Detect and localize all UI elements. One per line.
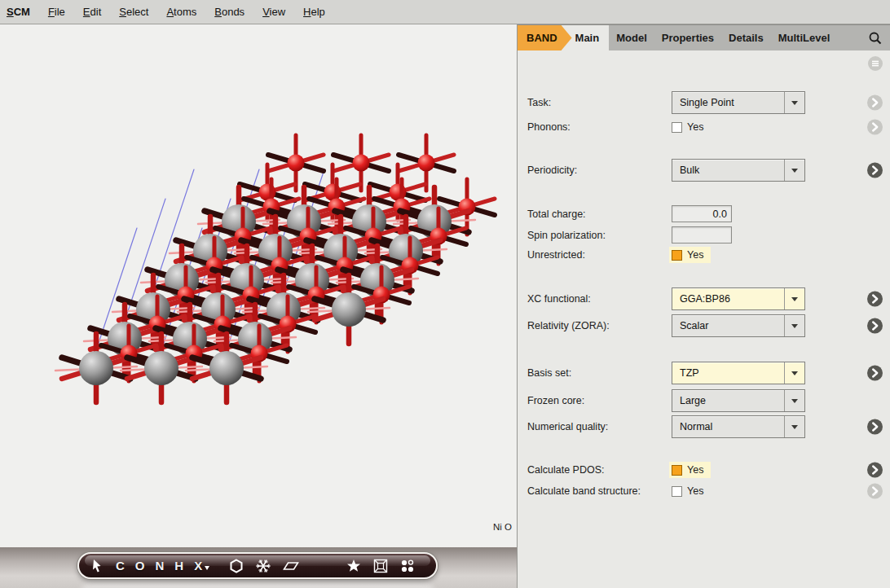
total-charge-input[interactable]	[672, 205, 732, 222]
atom-toolbar: C O N H X	[77, 552, 438, 579]
unrestricted-label: Unrestricted:	[527, 249, 585, 261]
numerical-quality-detail-button[interactable]	[867, 419, 883, 435]
band-input-window: SCMFileEditSelectAtomsBondsViewHelp Ni O…	[0, 0, 890, 588]
relativity-detail-button[interactable]	[867, 318, 883, 334]
menu-item-atoms[interactable]: Atoms	[157, 6, 205, 18]
star-icon	[346, 558, 362, 574]
settings-form: Task: Single Point Phonons: Yes Periodic…	[518, 50, 890, 588]
element-oxygen-button[interactable]: O	[135, 559, 145, 573]
phonons-row: Phonons: Yes	[518, 120, 890, 134]
task-row: Task: Single Point	[518, 91, 890, 114]
spin-polarization-input[interactable]	[672, 226, 732, 244]
menu-item-file[interactable]: File	[39, 6, 74, 18]
task-detail-button[interactable]	[867, 95, 883, 111]
tab-details[interactable]: Details	[721, 25, 771, 50]
periodicity-dropdown[interactable]: Bulk	[672, 159, 805, 182]
pointer-tool[interactable]	[89, 558, 105, 574]
relativity-label: Relativity (ZORA):	[527, 320, 610, 331]
periodicity-detail-button[interactable]	[867, 163, 883, 178]
xc-functional-detail-button[interactable]	[867, 292, 883, 307]
ring-tool[interactable]	[228, 558, 245, 574]
task-label: Task:	[527, 97, 551, 108]
dropdown-arrow-icon[interactable]	[784, 416, 804, 437]
element-dropdown-caret-icon	[205, 566, 209, 573]
tab-bar: BAND Main Model Properties Details Multi…	[518, 24, 890, 50]
relativity-dropdown[interactable]: Scalar	[672, 314, 805, 337]
perspective-box-icon	[372, 558, 389, 574]
phonons-checkbox[interactable]	[672, 122, 682, 133]
menu-item-edit[interactable]: Edit	[74, 6, 110, 18]
total-charge-row: Total charge:	[518, 205, 890, 222]
menu-item-view[interactable]: View	[253, 6, 294, 18]
dropdown-arrow-icon[interactable]	[784, 160, 804, 181]
calculate-pdos-detail-button[interactable]	[867, 463, 883, 478]
total-charge-label: Total charge:	[527, 208, 586, 220]
calculate-pdos-checkbox[interactable]	[672, 465, 682, 476]
calculate-band-structure-checkbox[interactable]	[672, 486, 682, 497]
phonons-label: Phonons:	[527, 121, 571, 133]
dropdown-arrow-icon[interactable]	[784, 92, 804, 113]
basis-set-detail-button[interactable]	[867, 366, 883, 381]
element-other-button[interactable]: X	[194, 559, 209, 573]
menu-bar: SCMFileEditSelectAtomsBondsViewHelp	[0, 0, 890, 24]
snowflake-icon	[255, 558, 271, 574]
element-hydrogen-button[interactable]: H	[174, 559, 183, 573]
element-carbon-button[interactable]: C	[116, 559, 125, 573]
parallelogram-icon	[282, 558, 300, 574]
phonons-detail-button[interactable]	[867, 120, 883, 135]
numerical-quality-label: Numerical quality:	[527, 421, 608, 432]
element-nitrogen-button[interactable]: N	[156, 559, 165, 573]
search-icon	[867, 30, 883, 46]
spin-polarization-row: Spin polarization:	[518, 226, 890, 244]
frozen-core-row: Frozen core: Large	[518, 389, 890, 412]
settings-panel: BAND Main Model Properties Details Multi…	[518, 24, 890, 588]
task-dropdown[interactable]: Single Point	[672, 91, 805, 114]
menu-item-help[interactable]: Help	[294, 6, 334, 18]
numerical-quality-dropdown[interactable]: Normal	[672, 415, 805, 438]
basis-set-row: Basis set: TZP	[518, 362, 890, 384]
search-button[interactable]	[861, 25, 890, 50]
periodicity-label: Periodicity:	[527, 165, 577, 176]
star-tool[interactable]	[346, 558, 362, 574]
cursor-icon	[89, 558, 105, 574]
crystal-structure-canvas[interactable]	[0, 24, 517, 588]
tab-model[interactable]: Model	[609, 25, 654, 50]
periodicity-row: Periodicity: Bulk	[518, 159, 890, 182]
render-style-tool[interactable]	[399, 558, 416, 574]
spin-polarization-label: Spin polarization:	[527, 230, 606, 241]
plane-tool[interactable]	[282, 558, 300, 574]
formula-label: Ni O	[493, 522, 512, 532]
dropdown-arrow-icon[interactable]	[784, 315, 804, 336]
xc-functional-dropdown[interactable]: GGA:BP86	[672, 287, 805, 310]
frozen-core-dropdown[interactable]: Large	[672, 389, 805, 412]
tab-multilevel[interactable]: MultiLevel	[771, 25, 838, 50]
calculate-band-structure-detail-button[interactable]	[867, 484, 883, 499]
unrestricted-row: Unrestricted: Yes	[518, 246, 890, 264]
dropdown-arrow-icon[interactable]	[784, 390, 804, 411]
dropdown-arrow-icon[interactable]	[784, 362, 804, 384]
calculate-pdos-label: Calculate PDOS:	[527, 464, 604, 476]
structure-viewer: Ni O C O N H X	[0, 24, 518, 588]
relativity-row: Relativity (ZORA): Scalar	[518, 314, 890, 337]
frozen-core-label: Frozen core:	[527, 395, 584, 406]
spheres-icon	[399, 558, 416, 574]
menu-item-scm[interactable]: SCM	[7, 6, 39, 18]
tab-properties[interactable]: Properties	[654, 25, 721, 50]
numerical-quality-row: Numerical quality: Normal	[518, 415, 890, 438]
calculate-pdos-row: Calculate PDOS: Yes	[518, 461, 890, 479]
menu-item-select[interactable]: Select	[110, 6, 157, 18]
dropdown-arrow-icon[interactable]	[784, 288, 804, 309]
basis-set-dropdown[interactable]: TZP	[672, 362, 805, 384]
xc-functional-label: XC functional:	[527, 293, 591, 305]
calculate-band-structure-label: Calculate band structure:	[527, 485, 641, 497]
calculate-band-structure-row: Calculate band structure: Yes	[518, 484, 890, 498]
menu-item-bonds[interactable]: Bonds	[205, 6, 253, 18]
unrestricted-checkbox[interactable]	[672, 250, 682, 261]
freeze-tool[interactable]	[255, 558, 271, 574]
basis-set-label: Basis set:	[527, 367, 571, 379]
toolbar-reflection	[81, 583, 434, 588]
xc-functional-row: XC functional: GGA:BP86	[518, 287, 890, 310]
hexagon-icon	[228, 558, 245, 574]
module-badge[interactable]: BAND	[518, 25, 572, 50]
perspective-tool[interactable]	[372, 558, 389, 574]
